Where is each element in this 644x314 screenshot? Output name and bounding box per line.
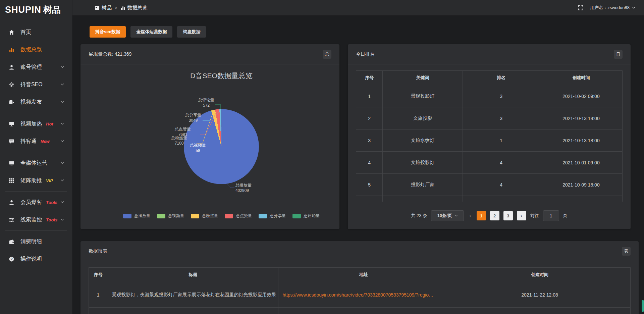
pie-chart: D音SEO数据量总览 总评论量572 总分享量3049 总点赞量7681 总粉丝… [92,64,351,225]
chevron-down-icon [61,101,64,103]
rank-row[interactable]: 4文旅投影灯42021-10-01 09:00 [356,152,623,174]
legend-item-comments[interactable]: 总评论量 [292,213,320,219]
table-badge[interactable]: 表 [622,247,631,256]
rank-row[interactable]: 1景观投影灯32021-10-02 09:00 [356,85,623,107]
sidebar-item-label: 全媒体运营 [20,160,47,167]
sidebar-divider [5,113,67,113]
pie-label-comments: 总评论量572 [190,97,223,108]
logo-text-cn: 树品 [43,4,61,16]
sidebar-item-home[interactable]: 首页 [0,23,72,41]
chevron-down-icon [61,179,64,181]
chevron-down-icon [61,140,64,142]
sidebar-item-member-baoke[interactable]: 会员爆客 Tools [0,194,72,211]
sliders-icon [9,217,14,223]
report-table: 序号 标题 地址 创建时间 1 景观投影灯，夜游景观投影灯厂家展示展示落花灯在花… [89,267,631,314]
day-badge[interactable]: 日 [614,50,623,59]
sidebar-item-omnimedia[interactable]: 全媒体运营 [0,154,72,172]
sidebar: SHUPIN 树品 首页 数据总览 账号管理 抖音SEO 视频发布 [0,0,72,314]
sidebar-item-lead-monitor[interactable]: 线索监控 Tools [0,211,72,228]
chat-icon [9,139,14,144]
prev-page-button[interactable]: ‹ [468,213,472,219]
sidebar-item-label: 操作说明 [20,256,42,263]
rank-card-header: 今日排名 日 [348,44,631,64]
video-camera-icon [9,99,14,105]
tab-omnimedia[interactable]: 全媒体运营数据 [130,26,172,38]
chart-legend: 总播放量 总视频量 总粉丝量 总点赞量 总分享量 总评论量 [92,213,351,219]
tab-inquiry[interactable]: 询盘数据 [177,26,206,38]
legend-item-fans[interactable]: 总粉丝量 [191,213,218,219]
legend-item-plays[interactable]: 总播放量 [123,213,150,219]
sidebar-item-account[interactable]: 账号管理 [0,58,72,76]
legend-item-shares[interactable]: 总分享量 [259,213,286,219]
legend-swatch [259,214,267,218]
sidebar-item-video-heat[interactable]: 视频加热 Hot [0,115,72,133]
breadcrumb-root-label: 树品 [102,5,112,11]
app-logo[interactable]: SHUPIN 树品 [0,0,72,19]
rank-card-title: 今日排名 [356,51,375,57]
breadcrumb-separator: > [115,5,117,10]
sidebar-item-douyin-seo[interactable]: 抖音SEO [0,76,72,93]
chevron-down-icon [632,7,635,9]
user-menu[interactable]: 用户名：zswodun88 [590,5,635,11]
chevron-down-icon [61,66,64,68]
tools-badge: Tools [46,200,57,205]
pie-label-videos: 总视频量58 [181,143,215,153]
sidebar-item-spend-detail[interactable]: 消费明细 [0,233,72,250]
col-index: 序号 [89,268,108,282]
goto-page-input[interactable] [543,210,559,221]
sidebar-item-video-publish[interactable]: 视频发布 [0,93,72,111]
topbar: 树品 > 数据总览 用户名：zswodun88 [72,0,644,16]
legend-item-likes[interactable]: 总点赞量 [225,213,252,219]
total-badge[interactable]: 总 [323,50,331,59]
report-row-partial [89,308,631,314]
logo-text-en: SHUPIN [5,5,41,15]
rank-header-row: 序号 关键词 排名 创建时间 [356,71,623,85]
scrollbar-thumb[interactable] [642,300,644,312]
bar-chart-icon [120,5,125,10]
data-report-card: 数据报表 表 序号 标题 地址 创建时间 1 景观投影灯，夜游景观投影灯厂家展示… [80,241,639,314]
report-header-row: 序号 标题 地址 创建时间 [89,268,631,282]
legend-swatch [191,214,199,218]
sidebar-item-label: 抖客通 [20,138,37,145]
app-icon [95,5,100,10]
rank-table: 序号 关键词 排名 创建时间 1景观投影灯32021-10-02 09:00 2… [356,70,623,202]
report-link[interactable]: https://www.iesdouyin.com/share/video/70… [278,282,449,308]
pie-label-plays: 总播放量402909 [235,182,266,193]
breadcrumb-root[interactable]: 树品 [95,5,112,11]
username-label: 用户名：zswodun88 [590,5,630,11]
chevron-down-icon [61,84,64,86]
page-button-1[interactable]: 1 [477,211,486,220]
legend-swatch [225,214,233,218]
col-created: 创建时间 [449,268,630,282]
next-page-button[interactable]: › [517,211,526,220]
page-button-2[interactable]: 2 [490,211,499,220]
sidebar-item-label: 视频发布 [20,99,42,106]
legend-swatch [292,214,301,218]
pagination: 共 23 条 10条/页 ‹ 1 2 3 › 前往 页 [348,210,631,221]
sidebar-item-data-overview[interactable]: 数据总览 [0,41,72,58]
tab-douyin-seo[interactable]: 抖音seo数据 [90,26,126,38]
sidebar-item-douketong[interactable]: 抖客通 New [0,133,72,150]
sidebar-divider [5,230,67,231]
col-keyword: 关键词 [383,71,463,85]
sidebar-item-label: 数据总览 [20,46,42,53]
page-button-3[interactable]: 3 [503,211,513,220]
legend-item-videos[interactable]: 总视频量 [157,213,184,219]
rank-row[interactable]: 3文旅水纹灯12021-10-13 18:00 [356,129,623,152]
rank-row[interactable]: 5投影灯厂家42021-10-09 18:00 [356,174,623,196]
sidebar-item-matrix-boost[interactable]: 矩阵助推 VIP [0,172,72,189]
vip-badge: VIP [46,178,53,183]
goto-suffix: 页 [563,213,568,219]
breadcrumb-current[interactable]: 数据总览 [120,5,148,11]
col-rank: 排名 [463,71,540,85]
col-url: 地址 [278,268,449,282]
pagination-total: 共 23 条 [411,213,427,219]
goto-label: 前往 [530,213,539,219]
fullscreen-icon[interactable] [578,5,583,10]
chevron-down-icon [455,215,458,217]
sidebar-item-help[interactable]: ? 操作说明 [0,250,72,268]
screen-icon [9,121,14,127]
page-size-select[interactable]: 10条/页 [431,210,464,221]
rank-row[interactable]: 2文旅投影32021-10-13 18:00 [356,107,623,129]
report-row: 1 景观投影灯，夜游景观投影灯厂家展示展示落花灯在花园里的灯光投影应用效果 # … [89,282,631,308]
